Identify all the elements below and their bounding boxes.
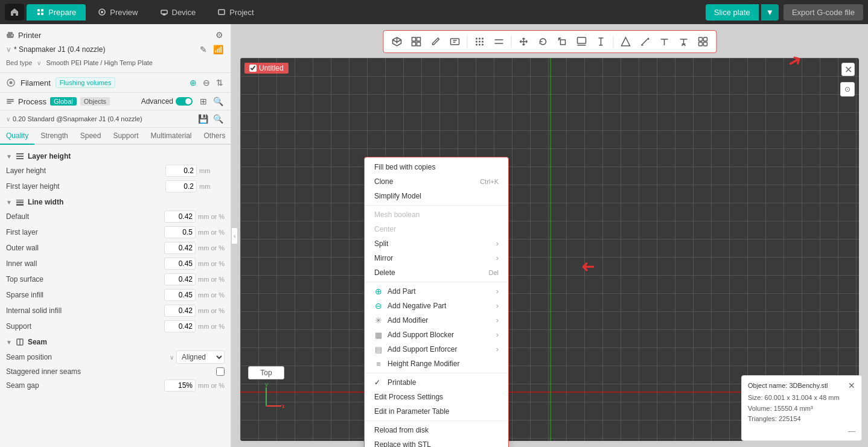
preset-save-button[interactable]: 💾: [197, 113, 209, 125]
object-info-close-button[interactable]: ✕: [848, 381, 855, 390]
ctx-edit-parameter[interactable]: Edit in Parameter Table: [365, 404, 508, 419]
preset-search-button[interactable]: 🔍: [212, 113, 225, 125]
ctx-clone[interactable]: Clone Ctrl+K: [365, 174, 508, 189]
process-search-button[interactable]: 🔍: [212, 95, 225, 107]
support-button[interactable]: [592, 33, 609, 50]
ctx-sep-3: [365, 373, 508, 373]
measure-button[interactable]: [636, 33, 653, 50]
preset-row: ∨ 0.20 Standard @Snapmaker J1 (0.4 nozzl…: [0, 110, 231, 128]
snapmaker-icons: ✎ 📶: [199, 43, 225, 55]
layer-height-input[interactable]: [165, 165, 197, 177]
top-view-label[interactable]: Top: [248, 366, 284, 379]
seam-position-select[interactable]: Aligned Random Rear: [176, 350, 225, 364]
ctx-reload[interactable]: Reload from disk: [365, 423, 508, 437]
svg-line-48: [641, 38, 648, 45]
fill-bed-button[interactable]: [694, 33, 711, 50]
filament-remove-button[interactable]: ⊖: [202, 77, 211, 89]
scale-button[interactable]: [554, 33, 570, 50]
snapmaker-name: ∨ * Snapmaker J1 (0.4 nozzle): [6, 45, 105, 54]
process-compare-button[interactable]: ⊞: [199, 95, 208, 107]
tab-prepare[interactable]: Prepare: [27, 4, 86, 21]
orient-button[interactable]: [617, 33, 634, 50]
advanced-switch[interactable]: [176, 97, 193, 106]
ctx-add-negative-part[interactable]: ⊖ Add Negative Part ›: [365, 299, 508, 313]
draw-button[interactable]: [427, 33, 444, 50]
ctx-add-part[interactable]: ⊕ Add Part ›: [365, 284, 508, 299]
export-gcode-button[interactable]: Export G-code file: [783, 4, 863, 21]
svg-point-5: [101, 11, 103, 13]
svg-point-39: [479, 44, 480, 46]
sparse-infill-input[interactable]: [164, 289, 196, 301]
ctx-simplify[interactable]: Simplify Model: [365, 189, 508, 203]
svg-point-36: [479, 41, 480, 43]
default-input[interactable]: [164, 211, 196, 223]
ctx-mirror[interactable]: Mirror ›: [365, 251, 508, 265]
grid-button[interactable]: [407, 33, 424, 50]
sparse-infill-row: Sparse infill mm or %: [6, 287, 225, 303]
printer-settings-button[interactable]: ⚙: [214, 29, 225, 41]
top-surface-input[interactable]: [164, 273, 196, 285]
layer-height-row: Layer height mm: [6, 163, 225, 179]
untitled-checkbox[interactable]: [249, 65, 257, 72]
3d-view-button[interactable]: [388, 33, 405, 50]
first-layer-height-input[interactable]: [165, 180, 197, 192]
filament-add-button[interactable]: ⊕: [188, 77, 198, 89]
first-layer-input[interactable]: [164, 226, 196, 238]
support-paint-button[interactable]: [656, 33, 672, 50]
tab-multimaterial[interactable]: Multimaterial: [144, 128, 197, 144]
home-button[interactable]: [5, 4, 24, 21]
inner-wall-input[interactable]: [164, 258, 196, 270]
flatten-button[interactable]: [573, 33, 590, 50]
flushing-volumes-button[interactable]: Flushing volumes: [56, 77, 116, 88]
seam-gap-input[interactable]: [164, 379, 196, 392]
slice-dropdown-button[interactable]: ▼: [761, 4, 779, 21]
support-input[interactable]: [164, 320, 196, 332]
ctx-edit-process[interactable]: Edit Process Settings: [365, 390, 508, 404]
context-menu: Fill bed with copies Clone Ctrl+K Simpli…: [364, 157, 509, 447]
staggered-seams-checkbox[interactable]: [216, 367, 225, 376]
slice-plate-button[interactable]: Slice plate: [706, 4, 759, 21]
edit-printer-button[interactable]: ✎: [199, 43, 208, 55]
ctx-delete[interactable]: Delete Del: [365, 265, 508, 280]
ctx-height-range[interactable]: ≡ Height Range Modifier: [365, 357, 508, 371]
object-info-collapse-button[interactable]: —: [848, 427, 855, 436]
context-menu-arrow: ➜: [581, 256, 595, 276]
ctx-printable[interactable]: ✓ Printable: [365, 375, 508, 390]
tab-project[interactable]: Project: [208, 4, 263, 21]
svg-point-35: [476, 41, 477, 43]
rotate-button[interactable]: [534, 33, 551, 50]
zoom-fit-button[interactable]: ⊙: [840, 82, 855, 97]
tab-device[interactable]: Device: [150, 4, 206, 21]
layer-height-collapse[interactable]: ▼: [6, 153, 12, 160]
text-button[interactable]: [446, 33, 463, 50]
svg-rect-7: [219, 10, 225, 14]
ctx-add-support-enforcer[interactable]: ▤ Add Support Enforcer ›: [365, 342, 508, 357]
ctx-add-support-blocker[interactable]: ▦ Add Support Blocker ›: [365, 328, 508, 342]
wifi-button[interactable]: 📶: [212, 43, 225, 55]
tab-support[interactable]: Support: [107, 128, 144, 144]
viewport-close-button[interactable]: ✕: [841, 63, 855, 76]
panel-collapse-button[interactable]: ‹: [231, 227, 238, 244]
internal-solid-input[interactable]: [164, 305, 196, 317]
printer-row: Printer ⚙: [6, 29, 225, 41]
move-button[interactable]: [515, 33, 532, 50]
tab-quality[interactable]: Quality: [0, 128, 34, 145]
seam-paint-button[interactable]: [675, 33, 692, 50]
first-layer-height-value: mm: [165, 180, 225, 192]
ctx-fill-bed[interactable]: Fill bed with copies: [365, 160, 508, 174]
lines-button[interactable]: [490, 33, 507, 50]
ctx-split[interactable]: Split ›: [365, 236, 508, 251]
tab-speed[interactable]: Speed: [74, 128, 107, 144]
layout-button[interactable]: [471, 33, 488, 50]
tab-strength[interactable]: Strength: [34, 128, 74, 144]
layer-height-icon: [16, 152, 24, 160]
seam-collapse[interactable]: ▼: [6, 339, 12, 346]
ctx-add-modifier[interactable]: ✳ Add Modifier ›: [365, 313, 508, 328]
filament-settings-button[interactable]: ⇅: [215, 77, 225, 89]
svg-rect-61: [703, 42, 707, 46]
tab-others[interactable]: Others: [197, 128, 231, 144]
tab-preview[interactable]: Preview: [88, 4, 147, 21]
ctx-replace-stl[interactable]: Replace with STL: [365, 437, 508, 447]
outer-wall-input[interactable]: [164, 242, 196, 254]
line-width-collapse[interactable]: ▼: [6, 199, 12, 206]
